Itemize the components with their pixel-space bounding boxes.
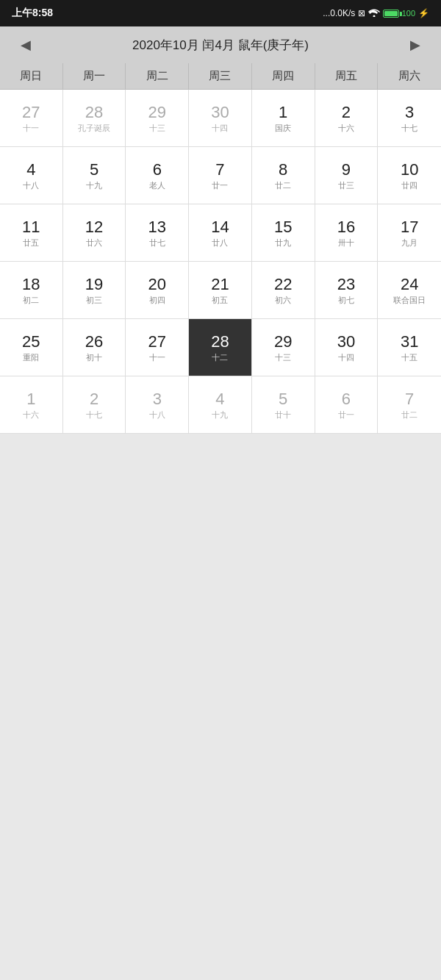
day-number: 6 [153, 160, 162, 179]
day-number: 13 [148, 218, 166, 237]
day-lunar: 初三 [86, 296, 102, 305]
cal-cell-5-5[interactable]: 6廿一 [315, 376, 379, 434]
day-number: 1 [26, 390, 35, 409]
day-number: 28 [211, 332, 229, 351]
day-lunar: 廿九 [275, 238, 291, 248]
day-number: 29 [274, 332, 292, 351]
cal-cell-0-0[interactable]: 27十一 [0, 90, 63, 147]
day-number: 26 [85, 332, 103, 351]
cal-cell-0-4[interactable]: 1国庆 [252, 90, 315, 147]
cal-cell-2-3[interactable]: 14廿八 [189, 204, 252, 262]
day-number: 17 [401, 218, 418, 237]
cal-cell-4-0[interactable]: 25重阳 [0, 319, 63, 376]
page-rest [0, 434, 441, 875]
cal-cell-3-5[interactable]: 23初七 [315, 262, 379, 319]
day-number: 21 [211, 275, 229, 294]
dow-cell-2: 周二 [126, 63, 189, 89]
day-lunar: 十七 [86, 410, 102, 420]
cal-cell-2-5[interactable]: 16卅十 [315, 204, 379, 262]
day-lunar: 十九 [86, 181, 102, 190]
status-bar: 上午8:58 ...0.0K/s ⊠ 100 ⚡ [0, 0, 441, 26]
network-speed: ...0.0K/s [323, 8, 355, 18]
cal-cell-5-3[interactable]: 4十九 [189, 376, 252, 434]
day-number: 5 [90, 160, 98, 179]
month-title: 2020年10月 闰4月 鼠年(庚子年) [132, 37, 309, 54]
cal-cell-5-1[interactable]: 2十七 [63, 376, 126, 434]
cal-cell-1-2[interactable]: 6老人 [126, 147, 189, 204]
cal-cell-3-4[interactable]: 22初六 [252, 262, 315, 319]
day-number: 12 [85, 218, 103, 237]
day-lunar: 初四 [149, 296, 165, 305]
cal-cell-2-1[interactable]: 12廿六 [63, 204, 126, 262]
battery-indicator: 100 [383, 8, 415, 18]
status-time: 上午8:58 [12, 7, 53, 20]
day-lunar: 老人 [149, 181, 165, 190]
day-number: 30 [337, 332, 355, 351]
day-number: 2 [342, 103, 351, 122]
day-lunar: 廿五 [23, 238, 39, 248]
day-lunar: 廿七 [149, 238, 165, 248]
day-lunar: 十三 [275, 353, 291, 362]
cal-cell-4-4[interactable]: 29十三 [252, 319, 315, 376]
day-lunar: 初五 [212, 296, 228, 305]
day-number: 23 [337, 275, 355, 294]
cal-cell-1-5[interactable]: 9廿三 [315, 147, 379, 204]
cal-cell-4-3[interactable]: 28十二 [189, 319, 252, 376]
cal-cell-2-2[interactable]: 13廿七 [126, 204, 189, 262]
signal-icon: ⊠ [358, 8, 365, 18]
day-lunar: 十八 [23, 181, 39, 190]
cal-cell-4-2[interactable]: 27十一 [126, 319, 189, 376]
cal-cell-5-6[interactable]: 7廿二 [378, 376, 441, 434]
day-number: 8 [279, 160, 287, 179]
cal-cell-0-2[interactable]: 29十三 [126, 90, 189, 147]
day-number: 27 [22, 103, 40, 122]
day-lunar: 卅十 [338, 238, 354, 248]
day-lunar: 十九 [212, 410, 228, 420]
day-number: 4 [215, 390, 224, 409]
cal-cell-4-1[interactable]: 26初十 [63, 319, 126, 376]
day-number: 6 [342, 390, 351, 409]
cal-cell-1-4[interactable]: 8廿二 [252, 147, 315, 204]
day-number: 31 [401, 332, 418, 351]
day-lunar: 孔子诞辰 [78, 124, 110, 133]
cal-cell-5-0[interactable]: 1十六 [0, 376, 63, 434]
cal-cell-1-1[interactable]: 5十九 [63, 147, 126, 204]
day-lunar: 十一 [149, 353, 165, 362]
next-month-button[interactable]: ▶ [404, 34, 426, 56]
day-lunar: 廿一 [338, 410, 354, 420]
cal-cell-5-4[interactable]: 5廿十 [252, 376, 315, 434]
cal-cell-0-6[interactable]: 3十七 [378, 90, 441, 147]
day-lunar: 初七 [338, 296, 354, 305]
dow-cell-0: 周日 [0, 63, 63, 89]
dow-cell-4: 周四 [252, 63, 315, 89]
cal-cell-0-3[interactable]: 30十四 [189, 90, 252, 147]
cal-cell-0-1[interactable]: 28孔子诞辰 [63, 90, 126, 147]
cal-cell-3-3[interactable]: 21初五 [189, 262, 252, 319]
cal-cell-3-1[interactable]: 19初三 [63, 262, 126, 319]
cal-cell-1-3[interactable]: 7廿一 [189, 147, 252, 204]
calendar-grid: 27十一28孔子诞辰29十三30十四1国庆2十六3十七4十八5十九6老人7廿一8… [0, 90, 441, 434]
cal-cell-5-2[interactable]: 3十八 [126, 376, 189, 434]
cal-cell-2-4[interactable]: 15廿九 [252, 204, 315, 262]
cal-cell-2-0[interactable]: 11廿五 [0, 204, 63, 262]
cal-cell-1-6[interactable]: 10廿四 [378, 147, 441, 204]
cal-cell-3-0[interactable]: 18初二 [0, 262, 63, 319]
day-number: 20 [148, 275, 166, 294]
prev-month-button[interactable]: ◀ [15, 34, 37, 56]
cal-cell-3-6[interactable]: 24联合国日 [378, 262, 441, 319]
cal-cell-4-6[interactable]: 31十五 [378, 319, 441, 376]
day-number: 1 [279, 103, 287, 122]
day-number: 27 [148, 332, 166, 351]
cal-cell-4-5[interactable]: 30十四 [315, 319, 379, 376]
day-number: 10 [401, 160, 418, 179]
cal-cell-0-5[interactable]: 2十六 [315, 90, 379, 147]
day-number: 30 [211, 103, 229, 122]
day-lunar: 十一 [23, 124, 39, 133]
cal-cell-1-0[interactable]: 4十八 [0, 147, 63, 204]
day-number: 19 [85, 275, 103, 294]
day-lunar: 十二 [212, 353, 228, 362]
cal-cell-2-6[interactable]: 17九月 [378, 204, 441, 262]
day-lunar: 初二 [23, 296, 39, 305]
cal-cell-3-2[interactable]: 20初四 [126, 262, 189, 319]
day-lunar: 廿六 [86, 238, 102, 248]
